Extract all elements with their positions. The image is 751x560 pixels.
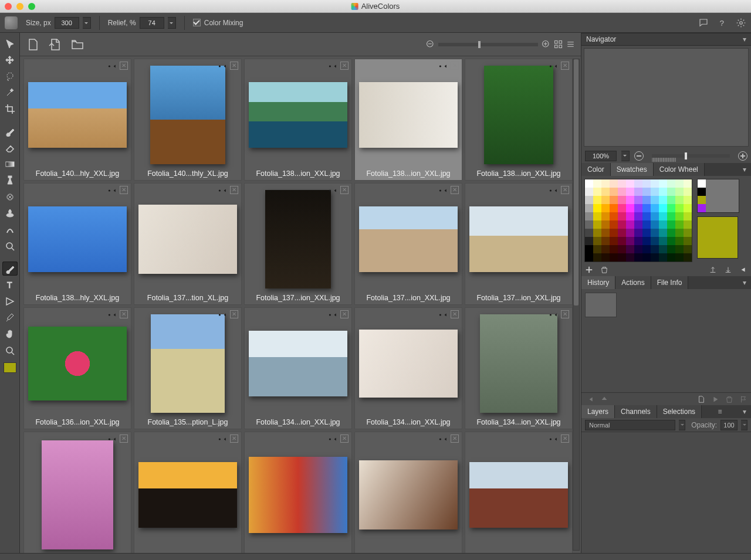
swatch-cell[interactable]: [675, 229, 684, 237]
custom-swatch-cell[interactable]: [722, 188, 730, 196]
pin-icon[interactable]: [329, 435, 338, 442]
swatch-cell[interactable]: [610, 245, 618, 253]
custom-swatch-cell[interactable]: [714, 179, 722, 188]
swatch-cell[interactable]: [585, 237, 593, 245]
thumbnail[interactable]: ✕: [465, 432, 573, 553]
custom-swatch-cell[interactable]: [730, 179, 739, 188]
zoom-slider[interactable]: |||||||||||||||||||||||||||||||: [652, 154, 730, 158]
list-view-icon[interactable]: [566, 40, 575, 49]
size-dropdown[interactable]: [83, 17, 91, 29]
zoom-input[interactable]: 100%: [585, 151, 617, 161]
close-thumb-icon[interactable]: ✕: [230, 62, 238, 70]
swatch-cell[interactable]: [675, 220, 684, 229]
swatch-cell[interactable]: [634, 237, 642, 245]
swatch-cell[interactable]: [651, 220, 659, 229]
swatch-cell[interactable]: [675, 237, 684, 245]
swatch-cell[interactable]: [601, 253, 610, 262]
foreground-swatch[interactable]: [4, 362, 16, 373]
swatch-cell[interactable]: [659, 220, 667, 229]
tab-history[interactable]: History: [581, 276, 615, 289]
swatch-cell[interactable]: [610, 229, 618, 237]
swatch-cell[interactable]: [610, 179, 618, 188]
tool-clone[interactable]: [2, 174, 18, 188]
tool-gradient[interactable]: [2, 157, 18, 171]
tool-oil-brush[interactable]: [2, 206, 18, 220]
close-thumb-icon[interactable]: ✕: [120, 435, 128, 443]
swatch-cell[interactable]: [601, 204, 610, 212]
swatch-cell[interactable]: [684, 237, 692, 245]
swatch-cell[interactable]: [659, 196, 667, 204]
swatch-cell[interactable]: [667, 245, 675, 253]
pin-icon[interactable]: [108, 62, 117, 69]
swatch-cell[interactable]: [593, 220, 601, 229]
swatch-cell[interactable]: [593, 237, 601, 245]
swatch-cell[interactable]: [618, 179, 626, 188]
pin-icon[interactable]: [439, 186, 448, 193]
swatch-cell[interactable]: [585, 245, 593, 253]
add-swatch-icon[interactable]: [585, 266, 593, 274]
thumbnail[interactable]: ✕Fotolia_134...ion_XXL.jpg: [244, 307, 352, 429]
color-mixing-checkbox[interactable]: [193, 19, 201, 26]
swatch-cell[interactable]: [585, 212, 593, 220]
flag-icon[interactable]: [739, 395, 747, 403]
swatch-cell[interactable]: [659, 179, 667, 188]
swatch-cell[interactable]: [684, 245, 692, 253]
tool-text[interactable]: T: [2, 278, 18, 292]
custom-swatch-cell[interactable]: [722, 204, 730, 212]
close-thumb-icon[interactable]: ✕: [561, 435, 569, 443]
swatch-cell[interactable]: [667, 212, 675, 220]
swatch-cell[interactable]: [610, 204, 618, 212]
tool-lasso[interactable]: [2, 69, 18, 83]
swatch-cell[interactable]: [585, 204, 593, 212]
tool-wand[interactable]: [2, 86, 18, 100]
swatch-cell[interactable]: [675, 212, 684, 220]
swatch-cell[interactable]: [610, 188, 618, 196]
close-thumb-icon[interactable]: ✕: [451, 186, 459, 194]
swatch-cell[interactable]: [684, 196, 692, 204]
close-thumb-icon[interactable]: ✕: [230, 435, 238, 443]
thumbnail[interactable]: ✕Fotolia_135...ption_L.jpg: [134, 307, 242, 429]
swatch-cell[interactable]: [601, 212, 610, 220]
new-snapshot-icon[interactable]: [697, 395, 705, 403]
blend-dropdown[interactable]: [679, 420, 685, 430]
swatch-cell[interactable]: [634, 245, 642, 253]
size-input[interactable]: 300: [55, 17, 79, 29]
tab-actions[interactable]: Actions: [615, 276, 651, 289]
swatch-cell[interactable]: [634, 229, 642, 237]
swatch-cell[interactable]: [675, 204, 684, 212]
custom-swatch-cell[interactable]: [698, 188, 706, 196]
custom-swatch-cell[interactable]: [698, 179, 706, 188]
import-swatch-icon[interactable]: [724, 266, 732, 274]
swatch-cell[interactable]: [642, 188, 651, 196]
swatch-cell[interactable]: [667, 237, 675, 245]
swatch-cell[interactable]: [618, 245, 626, 253]
swatch-cell[interactable]: [601, 237, 610, 245]
swatch-cell[interactable]: [618, 220, 626, 229]
swatch-cell[interactable]: [585, 196, 593, 204]
swatch-cell[interactable]: [626, 188, 634, 196]
tool-zoom-tool[interactable]: [2, 239, 18, 253]
swatch-cell[interactable]: [593, 229, 601, 237]
tool-move[interactable]: [2, 36, 18, 50]
thumbnail[interactable]: ✕: [354, 432, 462, 553]
swatch-cell[interactable]: [642, 245, 651, 253]
swatch-cell[interactable]: [667, 188, 675, 196]
close-thumb-icon[interactable]: ✕: [120, 62, 128, 70]
swatch-cell[interactable]: [659, 212, 667, 220]
close-thumb-icon[interactable]: ✕: [561, 62, 569, 70]
swatch-cell[interactable]: [585, 220, 593, 229]
swatch-cell[interactable]: [684, 220, 692, 229]
custom-swatch-cell[interactable]: [714, 188, 722, 196]
tool-eraser[interactable]: [2, 141, 18, 155]
swatch-cell[interactable]: [634, 188, 642, 196]
swatch-cell[interactable]: [651, 212, 659, 220]
custom-swatch-cell[interactable]: [730, 204, 739, 212]
thumbnail[interactable]: ✕Fotolia_138...hly_XXL.jpg: [23, 183, 131, 305]
custom-swatch-cell[interactable]: [706, 204, 714, 212]
swatch-cell[interactable]: [626, 253, 634, 262]
thumb-size-slider[interactable]: [438, 43, 538, 46]
thumbnail[interactable]: ✕Fotolia_140...thly_XL.jpg: [134, 59, 242, 181]
swatch-cell[interactable]: [601, 245, 610, 253]
swatch-cell[interactable]: [642, 220, 651, 229]
swatch-cell[interactable]: [634, 196, 642, 204]
